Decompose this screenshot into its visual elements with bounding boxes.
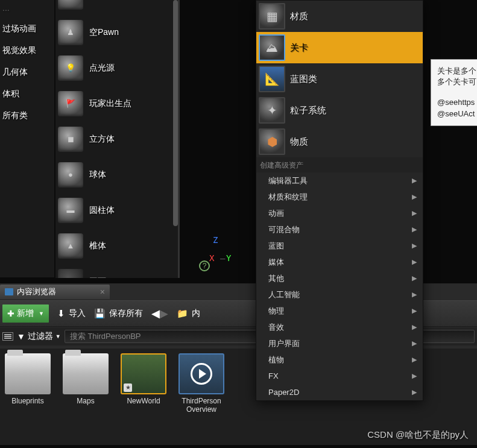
ctx-label: 粒子系统: [290, 105, 326, 116]
window-icon: [5, 288, 13, 295]
asset-level-newworld[interactable]: NewWorld: [119, 353, 168, 405]
tooltip-line: @seeUAct: [437, 109, 477, 119]
filter-button[interactable]: ▼ 过滤器 ▼: [17, 331, 61, 342]
sub-label: FX: [268, 371, 279, 380]
add-button[interactable]: ✚ 新增 ▼: [2, 304, 49, 323]
tab-content-browser[interactable]: 内容浏览器 ×: [0, 285, 110, 299]
chevron-right-icon: ▶: [412, 323, 417, 331]
cone-icon: ▲: [58, 233, 83, 259]
ctx-fx[interactable]: FX▶: [256, 368, 423, 384]
sub-label: 材质和纹理: [268, 192, 308, 203]
sub-label: 其他: [268, 273, 284, 284]
content-label: 内: [192, 308, 200, 319]
ctx-blendables[interactable]: 可混合物▶: [256, 221, 423, 238]
filter-label: 过滤器: [28, 331, 53, 342]
chevron-right-icon: ▶: [412, 242, 417, 250]
ctx-material[interactable]: ▦ 材质: [256, 1, 423, 32]
category-cinematics[interactable]: 过场动画: [0, 18, 54, 40]
ctx-ui[interactable]: 用户界面▶: [256, 335, 423, 352]
ctx-other[interactable]: 其他▶: [256, 270, 423, 286]
save-all-button[interactable]: 💾 保存所有: [94, 308, 143, 319]
asset-folder-maps[interactable]: Maps: [62, 353, 110, 405]
category-sidebar: ... 过场动画 视觉效果 几何体 体积 所有类: [0, 0, 54, 277]
particle-icon: ✦: [259, 97, 285, 124]
ctx-particle[interactable]: ✦ 粒子系统: [256, 95, 423, 126]
back-button[interactable]: ◀: [151, 307, 160, 320]
actor-point-light[interactable]: 💡 点光源: [55, 50, 178, 86]
ctx-blueprint-adv[interactable]: 蓝图▶: [256, 238, 423, 254]
ctx-paper2d[interactable]: Paper2D▶: [256, 384, 423, 400]
category-all-classes[interactable]: 所有类: [0, 105, 54, 127]
ctx-audio[interactable]: 音效▶: [256, 319, 423, 335]
content-path[interactable]: 📁 内: [177, 308, 200, 319]
actor-cone[interactable]: ▲ 椎体: [55, 228, 178, 263]
sub-label: 蓝图: [268, 241, 284, 251]
actor-player-start[interactable]: 🚩 玩家出生点: [55, 86, 178, 121]
ctx-media[interactable]: 媒体▶: [256, 254, 423, 270]
actor-sphere[interactable]: ● 球体: [55, 157, 178, 192]
video-thumb: [178, 353, 224, 394]
asset-video-thirdperson[interactable]: ThirdPerson Overview: [177, 353, 226, 414]
category-geometry[interactable]: 几何体: [0, 62, 54, 83]
ctx-label: 蓝图类: [290, 74, 317, 85]
ctx-blueprint[interactable]: 📐 蓝图类: [256, 63, 423, 95]
sphere-icon: ●: [58, 162, 83, 188]
actor-cube[interactable]: ◼ 立方体: [55, 121, 178, 157]
actor-icon: [58, 0, 83, 10]
ctx-materials-textures[interactable]: 材质和纹理▶: [256, 189, 423, 205]
ctx-physics[interactable]: 物理▶: [256, 303, 423, 319]
tooltip: 关卡是多个 多个关卡可 @seehttps @seeUAct: [431, 59, 477, 126]
help-icon[interactable]: ?: [199, 260, 210, 271]
chevron-right-icon: ▶: [412, 388, 417, 396]
nav-arrows: ◀ ▶: [151, 307, 168, 320]
actor-label: 圆柱体: [89, 205, 115, 216]
import-button[interactable]: ⬇ 导入: [57, 308, 86, 319]
plane-icon: ▭: [58, 269, 83, 279]
asset-name: Blueprints: [11, 397, 43, 405]
axis-dash: —: [220, 253, 225, 263]
tooltip-line: 关卡是多个: [437, 66, 477, 77]
category-item[interactable]: ...: [0, 0, 54, 18]
chevron-right-icon: ▶: [412, 372, 417, 380]
import-label: 导入: [69, 308, 86, 319]
ctx-editor-tools[interactable]: 编辑器工具▶: [256, 172, 423, 189]
actor-cylinder[interactable]: ▬ 圆柱体: [55, 192, 178, 228]
tab-label: 内容浏览器: [17, 286, 56, 297]
ctx-animation[interactable]: 动画▶: [256, 205, 423, 221]
sources-icon[interactable]: [2, 332, 13, 341]
category-volumes[interactable]: 体积: [0, 83, 54, 105]
ctx-foliage[interactable]: 植物▶: [256, 352, 423, 368]
chevron-right-icon: ▶: [412, 356, 417, 364]
chevron-right-icon: ▶: [412, 258, 417, 266]
forward-button[interactable]: ▶: [160, 307, 168, 320]
ctx-label: 关卡: [290, 42, 308, 54]
play-icon: [191, 363, 212, 385]
scrollbar[interactable]: [173, 0, 178, 226]
actor-label: 立方体: [89, 134, 115, 145]
actor-label: 空Pawn: [89, 27, 119, 38]
plus-icon: ✚: [7, 309, 14, 318]
chevron-right-icon: ▶: [412, 307, 417, 315]
axis-y: Y: [226, 253, 231, 263]
chevron-down-icon: ▼: [39, 311, 44, 317]
close-icon[interactable]: ×: [100, 287, 105, 297]
actor-list: ♟ 空Pawn 💡 点光源 🚩 玩家出生点 ◼ 立方体 ● 球体 ▬ 圆柱体 ▲…: [55, 0, 180, 278]
actor-item[interactable]: [55, 0, 178, 14]
sub-label: Paper2D: [268, 388, 299, 397]
actor-plane[interactable]: ▭ 平面: [55, 263, 178, 278]
folder-icon: [63, 353, 109, 394]
folder-icon: [5, 353, 51, 394]
asset-name: NewWorld: [127, 397, 160, 405]
flag-icon: 🚩: [58, 91, 83, 116]
ctx-ai[interactable]: 人工智能▶: [256, 286, 423, 303]
sub-label: 用户界面: [268, 338, 300, 349]
ctx-substance[interactable]: ⬢ 物质: [256, 126, 423, 157]
actor-empty-pawn[interactable]: ♟ 空Pawn: [55, 14, 178, 50]
asset-folder-blueprints[interactable]: Blueprints: [4, 353, 52, 405]
ctx-level[interactable]: ⛰ 关卡: [256, 32, 423, 63]
chevron-right-icon: ▶: [412, 274, 417, 282]
category-visual-effects[interactable]: 视觉效果: [0, 40, 54, 62]
substance-icon: ⬢: [259, 128, 285, 155]
save-icon: 💾: [94, 308, 106, 319]
actor-label: 平面: [89, 276, 106, 279]
